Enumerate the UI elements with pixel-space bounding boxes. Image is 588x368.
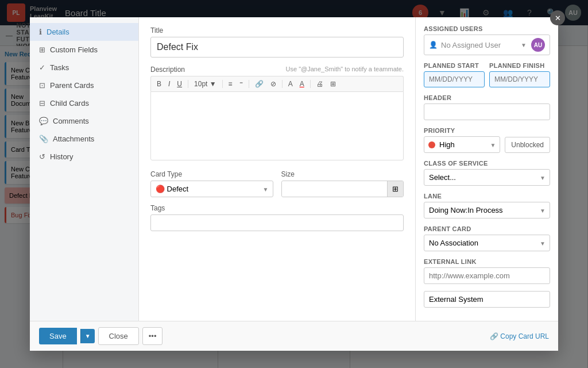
parent-card-select[interactable]: No Association: [424, 235, 550, 251]
parent-card-field: Parent Card No Association: [424, 225, 550, 251]
title-input[interactable]: [150, 37, 404, 57]
assigned-users-field: Assigned Users 👤 No Assigned User ▼ AU: [424, 25, 550, 55]
card-type-select-wrap: 🔴 Defect: [150, 181, 273, 197]
toolbar-expand[interactable]: ⊞: [328, 79, 338, 89]
nav-item-custom-fields[interactable]: ⊞ Custom Fields: [30, 41, 138, 59]
priority-select-wrap: High: [424, 136, 500, 153]
close-modal-button[interactable]: ✕: [550, 10, 565, 25]
modal-right-panel: Assigned Users 👤 No Assigned User ▼ AU P…: [416, 17, 558, 321]
external-system-field: [424, 291, 550, 308]
size-picker-icon[interactable]: ⊞: [387, 181, 403, 197]
link-icon: 🔗: [490, 332, 498, 340]
priority-label: Priority: [424, 127, 550, 134]
planned-finish-label: Planned Finish: [489, 62, 550, 69]
card-type-select[interactable]: 🔴 Defect: [150, 181, 273, 197]
more-options-button[interactable]: •••: [142, 327, 163, 345]
modal-overlay: ✕ ℹ Details ⊞ Custom Fields ✓ Tasks ⊡: [0, 0, 588, 368]
nav-item-attachments[interactable]: 📎 Attachments: [30, 130, 138, 148]
toolbar-list-unordered[interactable]: ≡: [226, 79, 235, 89]
attachments-icon: 📎: [39, 135, 48, 143]
lane-field: Lane Doing Now:In Process: [424, 193, 550, 218]
class-of-service-select[interactable]: Select...: [424, 169, 550, 186]
description-hint: Use "@Jane_Smith" to notify a teammate.: [286, 66, 404, 72]
planned-finish-group: Planned Finish: [489, 62, 550, 87]
dropdown-arrow: ▼: [521, 42, 527, 48]
header-input[interactable]: [424, 103, 550, 120]
parent-card-label: Parent Card: [424, 225, 550, 232]
toolbar-sep1: [188, 80, 188, 88]
toolbar-sep5: [310, 80, 311, 88]
copy-url-container: 🔗 Copy Card URL: [490, 332, 549, 340]
save-button[interactable]: Save: [39, 328, 77, 344]
parent-cards-icon: ⊡: [39, 81, 45, 90]
close-button[interactable]: Close: [98, 327, 139, 345]
external-link-input[interactable]: [424, 267, 550, 284]
nav-item-child-cards[interactable]: ⊟ Child Cards: [30, 94, 138, 112]
card-type-field: Card Type 🔴 Defect: [150, 170, 273, 197]
size-input[interactable]: [282, 181, 388, 197]
toolbar-print[interactable]: 🖨: [314, 79, 326, 89]
nav-item-tasks[interactable]: ✓ Tasks: [30, 59, 138, 76]
lane-select-wrap: Doing Now:In Process: [424, 202, 550, 218]
lane-label: Lane: [424, 193, 550, 200]
toolbar-sep2: [222, 80, 223, 88]
nav-item-details[interactable]: ℹ Details: [30, 23, 138, 41]
priority-dot: [428, 141, 435, 148]
unblocked-button[interactable]: Unblocked: [505, 137, 550, 153]
description-toolbar: B I U 10pt ▼ ≡ ⁼ 🔗 ⊘ A A 🖨 ⊞: [150, 76, 404, 91]
tags-field: Tags: [150, 204, 404, 231]
external-link-field: External Link: [424, 258, 550, 284]
size-label: Size: [281, 170, 404, 178]
assigned-users-label: Assigned Users: [424, 25, 550, 32]
toolbar-fontsize[interactable]: 10pt ▼: [192, 79, 219, 89]
toolbar-text-color[interactable]: A: [286, 79, 295, 89]
toolbar-highlight[interactable]: A: [297, 79, 307, 89]
toolbar-bold[interactable]: B: [154, 79, 164, 89]
title-label: Title: [150, 26, 404, 34]
header-label: Header: [424, 94, 550, 101]
size-field: Size ⊞: [281, 170, 404, 197]
comments-icon: 💬: [39, 117, 48, 125]
users-icon: 👤: [429, 41, 438, 49]
toolbar-link[interactable]: 🔗: [253, 79, 266, 89]
planned-start-input[interactable]: [424, 71, 485, 87]
nav-item-parent-cards[interactable]: ⊡ Parent Cards: [30, 76, 138, 94]
description-label: Description Use "@Jane_Smith" to notify …: [150, 66, 404, 74]
modal-nav: ℹ Details ⊞ Custom Fields ✓ Tasks ⊡ Pare…: [30, 17, 139, 321]
dates-field: Planned Start Planned Finish: [424, 62, 550, 87]
dates-row: Planned Start Planned Finish: [424, 62, 550, 87]
assigned-user-avatar: AU: [531, 38, 545, 52]
tags-input[interactable]: [150, 214, 404, 231]
external-system-input[interactable]: [424, 291, 550, 308]
parent-card-select-wrap: No Association: [424, 235, 550, 251]
toolbar-unlink[interactable]: ⊘: [268, 79, 278, 89]
planned-start-label: Planned Start: [424, 62, 485, 69]
class-of-service-field: Class of Service Select...: [424, 160, 550, 186]
assigned-users-dropdown[interactable]: 👤 No Assigned User ▼ AU: [424, 34, 550, 55]
no-assigned-user-text: No Assigned User: [441, 41, 521, 49]
nav-item-history[interactable]: ↺ History: [30, 148, 138, 166]
save-dropdown-button[interactable]: ▼: [80, 329, 95, 343]
modal-main-content: Title Description Use "@Jane_Smith" to n…: [139, 17, 416, 321]
details-icon: ℹ: [39, 28, 42, 36]
tasks-icon: ✓: [39, 63, 45, 72]
modal-body: ℹ Details ⊞ Custom Fields ✓ Tasks ⊡ Pare…: [30, 17, 558, 321]
priority-row: High Unblocked: [424, 136, 550, 153]
nav-item-comments[interactable]: 💬 Comments: [30, 112, 138, 130]
child-cards-icon: ⊟: [39, 99, 45, 108]
toolbar-list-ordered[interactable]: ⁼: [237, 79, 245, 89]
lane-select[interactable]: Doing Now:In Process: [424, 202, 550, 218]
header-field: Header: [424, 94, 550, 120]
history-icon: ↺: [39, 152, 45, 161]
card-detail-modal: ✕ ℹ Details ⊞ Custom Fields ✓ Tasks ⊡: [30, 17, 558, 351]
toolbar-sep4: [282, 80, 283, 88]
class-of-service-label: Class of Service: [424, 160, 550, 167]
toolbar-underline[interactable]: U: [175, 79, 184, 89]
planned-start-group: Planned Start: [424, 62, 485, 87]
modal-footer: Save ▼ Close ••• 🔗 Copy Card URL: [30, 321, 558, 351]
description-textarea[interactable]: [150, 91, 404, 160]
toolbar-italic[interactable]: I: [166, 79, 172, 89]
planned-finish-input[interactable]: [489, 71, 550, 87]
card-type-label: Card Type: [150, 170, 273, 178]
copy-card-url-link[interactable]: 🔗 Copy Card URL: [490, 332, 549, 340]
